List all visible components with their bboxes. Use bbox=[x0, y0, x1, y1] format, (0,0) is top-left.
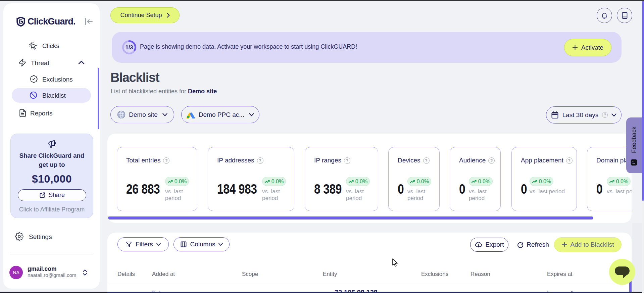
svg-text:1/3: 1/3 bbox=[126, 44, 133, 50]
